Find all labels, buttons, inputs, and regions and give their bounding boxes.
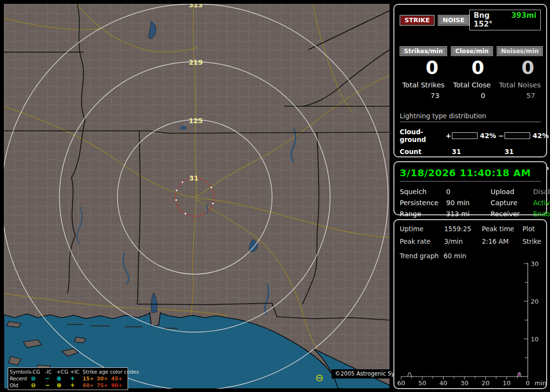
- svg-text:20: 20: [531, 298, 539, 305]
- peak-time-label: Peak time: [482, 225, 522, 233]
- strike-counters-panel: STRIKE NOISE Bng 152° 393mi Strikes/min …: [393, 4, 547, 157]
- upload-label: Upload: [491, 188, 533, 196]
- persistence-value: 90 min: [446, 199, 491, 207]
- legend-col-poscg: +CG: [57, 368, 70, 375]
- peak-rate-value: 3/min: [444, 238, 482, 245]
- noises-counter: Noises/min 0 Total Noises 57: [497, 46, 543, 99]
- legend-col-posic: +IC: [70, 368, 83, 375]
- status-panel: 3/18/2026 11:40:18 AM Squelch 0 Upload D…: [393, 161, 547, 215]
- bearing-distance: 393mi: [511, 11, 536, 28]
- lightning-map[interactable]: 313 219 125 31 ©2005 Astrogenic Systems …: [4, 4, 390, 389]
- legend-row-old-label: Old: [10, 382, 31, 389]
- total-close-label: Total Close: [451, 81, 493, 89]
- squelch-value: 0: [446, 188, 491, 196]
- cg-negative-bar: [505, 132, 530, 139]
- poscg-recent-icon: ⊕: [57, 375, 70, 382]
- map-canvas: 313 219 125 31: [4, 4, 390, 389]
- peak-time-value: 2:16 AM: [482, 238, 522, 245]
- trend-panel: Uptime 1559:25 Peak time Plot Peak rate …: [393, 219, 547, 389]
- range-value: 313 mi: [446, 210, 491, 218]
- total-strikes-value: 73: [400, 92, 447, 99]
- ring-label-313: 313: [188, 4, 203, 9]
- poscg-old-icon: ⊕: [57, 382, 70, 389]
- age-90: 90+: [111, 382, 126, 389]
- trend-graph-label: Trend graph: [400, 252, 439, 260]
- cg-positive-count: 31: [452, 148, 498, 155]
- trend-chart: 6050403020100min102030: [394, 220, 546, 388]
- svg-text:10: 10: [531, 336, 539, 343]
- capture-label: Capture: [491, 199, 533, 207]
- svg-text:50: 50: [418, 379, 426, 387]
- noise-toggle-button[interactable]: NOISE: [438, 15, 469, 26]
- negcg-old-icon: ⊖: [31, 382, 45, 389]
- svg-text:40: 40: [439, 379, 448, 387]
- age-75: 75+: [97, 382, 111, 389]
- peak-rate-label: Peak rate: [400, 238, 444, 245]
- legend-symbols-header: Symbols: [10, 368, 31, 375]
- legend-row-recent-label: Recent: [10, 375, 31, 382]
- cg-negative-count: 31: [505, 148, 550, 155]
- receiver-label: Receiver: [491, 210, 533, 218]
- legend-col-negcg: -CG: [31, 368, 45, 375]
- age-15: 15+: [83, 375, 97, 382]
- uptime-label: Uptime: [400, 225, 444, 233]
- svg-text:min: min: [535, 379, 546, 387]
- posic-recent-icon: +: [70, 375, 83, 382]
- noises-per-min-button[interactable]: Noises/min: [497, 46, 543, 56]
- legend-col-negic: -IC: [45, 368, 57, 375]
- app-window: { "map": { "rings": [ {"label": "313"}, …: [0, 0, 550, 392]
- capture-status: Active: [533, 199, 550, 207]
- cloud-ground-row: Cloud-ground + 42% − 42%: [400, 128, 541, 143]
- bearing-value: Bng 152°: [474, 11, 504, 28]
- age-30: 30+: [97, 375, 111, 382]
- trend-graph-window: 60 min: [444, 252, 466, 260]
- squelch-label: Squelch: [400, 188, 446, 196]
- strikes-counter: Strikes/min 0 Total Strikes 73: [400, 46, 447, 99]
- close-per-min-value: 0: [451, 57, 493, 78]
- ring-label-125: 125: [188, 117, 203, 125]
- distribution-title: Lightning type distribution: [400, 112, 541, 122]
- receiver-status: Enabled: [533, 210, 550, 218]
- persistence-label: Persistence: [400, 199, 446, 207]
- bearing-badge: Bng 152° 393mi: [469, 10, 541, 30]
- negcg-recent-icon: ⊖: [31, 375, 45, 382]
- cloud-ground-counts: Count 31 31: [400, 148, 541, 155]
- svg-text:30: 30: [461, 379, 469, 387]
- age-45: 45+: [111, 375, 126, 382]
- count-label: Count: [400, 148, 446, 155]
- plot-label: Plot: [522, 225, 541, 233]
- total-strikes-label: Total Strikes: [400, 81, 447, 89]
- posic-old-icon: +: [70, 382, 83, 389]
- close-counter: Close/min 0 Total Close 0: [451, 46, 493, 99]
- ring-label-31: 31: [189, 174, 198, 182]
- symbols-legend: Symbols -CG -IC +CG +IC Strike age color…: [8, 367, 128, 390]
- svg-text:20: 20: [481, 379, 490, 387]
- age-60: 60+: [83, 382, 97, 389]
- total-noises-label: Total Noises: [497, 81, 543, 89]
- uptime-value: 1559:25: [444, 225, 482, 233]
- minus-sign: −: [498, 132, 505, 140]
- range-label: Range: [400, 210, 446, 218]
- cloud-ground-label: Cloud-ground: [400, 128, 446, 143]
- ring-label-219: 219: [188, 58, 203, 66]
- plus-sign: +: [446, 132, 452, 140]
- total-close-value: 0: [451, 92, 493, 99]
- svg-text:30: 30: [531, 260, 539, 267]
- legend-age-header: Strike age color codes: [83, 368, 126, 375]
- svg-text:10: 10: [503, 379, 511, 387]
- plot-value: Strike: [522, 238, 541, 245]
- negic-old-icon: −: [45, 382, 57, 389]
- strikes-per-min-value: 0: [400, 57, 447, 78]
- strike-toggle-button[interactable]: STRIKE: [400, 15, 434, 26]
- noises-per-min-value: 0: [497, 57, 543, 78]
- svg-text:60: 60: [397, 379, 405, 387]
- datetime-display: 3/18/2026 11:40:18 AM: [400, 167, 541, 182]
- svg-text:0: 0: [526, 379, 530, 387]
- total-noises-value: 57: [497, 92, 543, 99]
- close-per-min-button[interactable]: Close/min: [451, 46, 493, 56]
- cg-positive-bar: [452, 132, 478, 139]
- negic-recent-icon: −: [45, 375, 57, 382]
- strikes-per-min-button[interactable]: Strikes/min: [400, 46, 447, 56]
- upload-status: Disabled: [533, 188, 550, 196]
- cg-positive-pct: 42%: [478, 132, 498, 140]
